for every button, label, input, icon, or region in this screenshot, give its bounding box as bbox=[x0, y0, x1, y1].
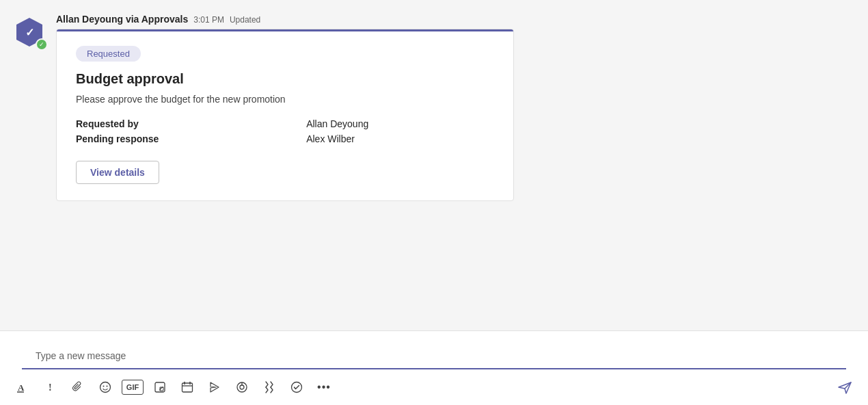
avatar: ✓ ✓ bbox=[14, 16, 48, 51]
svg-point-5 bbox=[100, 382, 111, 393]
message-row: ✓ ✓ Allan Deyoung via Approvals 3:01 PM … bbox=[14, 14, 854, 201]
svg-marker-13 bbox=[211, 382, 219, 392]
svg-text:!: ! bbox=[49, 382, 52, 393]
svg-point-6 bbox=[103, 386, 105, 387]
card-description: Please approve the budget for the new pr… bbox=[76, 94, 494, 105]
sticker-icon[interactable] bbox=[148, 375, 172, 400]
send-later-icon[interactable] bbox=[202, 375, 227, 400]
message-time: 3:01 PM bbox=[193, 15, 224, 25]
attach-icon[interactable] bbox=[66, 375, 90, 400]
requested-by-value: Allan Deyoung bbox=[306, 118, 494, 129]
svg-text:✓: ✓ bbox=[25, 27, 34, 38]
more-icon[interactable]: ••• bbox=[312, 375, 336, 400]
emoji-icon[interactable] bbox=[93, 375, 118, 400]
approve-icon[interactable] bbox=[284, 375, 309, 400]
message-content: Allan Deyoung via Approvals 3:01 PM Upda… bbox=[56, 14, 854, 201]
badge-check-icon: ✓ bbox=[39, 42, 44, 48]
card-details: Requested by Allan Deyoung Pending respo… bbox=[76, 118, 494, 144]
svg-text:A: A bbox=[18, 382, 25, 393]
requested-by-label: Requested by bbox=[76, 118, 284, 129]
important-icon[interactable]: ! bbox=[38, 375, 63, 400]
loop-icon[interactable] bbox=[257, 375, 282, 400]
svg-point-7 bbox=[107, 386, 108, 387]
svg-point-15 bbox=[240, 385, 244, 389]
compose-area: A ! GIF bbox=[0, 330, 868, 405]
status-badge: Requested bbox=[76, 46, 141, 62]
gif-icon[interactable]: GIF bbox=[122, 380, 144, 395]
send-button[interactable] bbox=[832, 375, 857, 400]
card-title: Budget approval bbox=[76, 71, 494, 87]
sender-name: Allan Deyoung via Approvals bbox=[56, 14, 188, 25]
svg-rect-9 bbox=[182, 383, 193, 392]
message-header: Allan Deyoung via Approvals 3:01 PM Upda… bbox=[56, 14, 854, 25]
compose-box bbox=[11, 338, 857, 369]
approval-card: Requested Budget approval Please approve… bbox=[56, 29, 514, 201]
view-details-button[interactable]: View details bbox=[76, 161, 159, 184]
pending-response-value: Alex Wilber bbox=[306, 133, 494, 144]
compose-input-wrapper bbox=[22, 338, 846, 369]
audio-icon[interactable] bbox=[230, 375, 254, 400]
chat-area: ✓ ✓ Allan Deyoung via Approvals 3:01 PM … bbox=[0, 0, 868, 330]
pending-response-label: Pending response bbox=[76, 133, 284, 144]
toolbar: A ! GIF bbox=[0, 369, 868, 405]
message-updated: Updated bbox=[230, 15, 260, 25]
message-input[interactable] bbox=[36, 346, 832, 365]
avatar-badge: ✓ bbox=[36, 38, 48, 51]
schedule-icon[interactable] bbox=[175, 375, 200, 400]
format-icon[interactable]: A bbox=[11, 375, 36, 400]
